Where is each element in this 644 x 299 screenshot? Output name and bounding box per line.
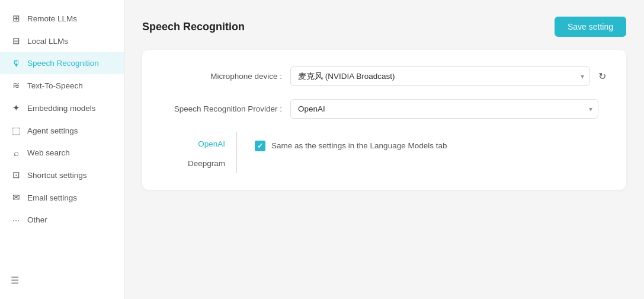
sidebar-item-label-remote-llms: Remote LLMs [27, 14, 77, 23]
same-settings-checkbox[interactable] [255, 141, 265, 151]
provider-tab-openai[interactable]: OpenAI [160, 134, 236, 154]
sidebar-item-label-other: Other [27, 215, 47, 224]
other-icon: ··· [11, 215, 21, 225]
speech-recognition-icon: 🎙 [11, 58, 21, 68]
provider-select-wrapper: OpenAIDeepgram ▾ [290, 99, 598, 119]
remote-llms-icon: ⊞ [11, 13, 21, 24]
refresh-button[interactable]: ↻ [596, 68, 608, 84]
main-content: Speech Recognition Save setting Micropho… [124, 0, 644, 299]
sidebar-item-label-embedding-models: Embedding models [27, 104, 96, 113]
provider-section: OpenAIDeepgram Same as the settings in t… [160, 132, 608, 173]
sidebar: ⊞Remote LLMs⊟Local LLMs🎙Speech Recogniti… [0, 0, 124, 299]
web-search-icon: ⌕ [11, 148, 21, 158]
sidebar-item-label-shortcut-settings: Shortcut settings [27, 171, 87, 180]
page-title: Speech Recognition [142, 21, 245, 33]
provider-label: Speech Recognition Provider : [160, 104, 290, 113]
sidebar-item-remote-llms[interactable]: ⊞Remote LLMs [0, 7, 124, 30]
microphone-select-wrapper: 麦克风 (NVIDIA Broadcast) ▾ [290, 66, 590, 86]
same-settings-label: Same as the settings in the Language Mod… [271, 140, 447, 152]
sidebar-item-other[interactable]: ···Other [0, 209, 124, 231]
provider-tabs: OpenAIDeepgram [160, 132, 237, 173]
sidebar-item-label-web-search: Web search [27, 148, 70, 157]
sidebar-item-embedding-models[interactable]: ✦Embedding models [0, 97, 124, 119]
agent-settings-icon: ⬚ [11, 125, 21, 136]
page-header: Speech Recognition Save setting [142, 17, 626, 37]
sidebar-item-label-agent-settings: Agent settings [27, 126, 78, 135]
sidebar-item-local-llms[interactable]: ⊟Local LLMs [0, 30, 124, 52]
provider-select[interactable]: OpenAIDeepgram [290, 99, 598, 119]
microphone-row: Microphone device : 麦克风 (NVIDIA Broadcas… [160, 66, 608, 86]
sidebar-item-speech-recognition[interactable]: 🎙Speech Recognition [0, 52, 124, 74]
sidebar-item-label-text-to-speech: Text-To-Speech [27, 81, 83, 90]
settings-card: Microphone device : 麦克风 (NVIDIA Broadcas… [142, 50, 626, 190]
sidebar-item-web-search[interactable]: ⌕Web search [0, 142, 124, 164]
microphone-label: Microphone device : [160, 72, 290, 81]
local-llms-icon: ⊟ [11, 36, 21, 46]
shortcut-settings-icon: ⊡ [11, 170, 21, 180]
email-settings-icon: ✉ [11, 192, 21, 203]
sidebar-item-label-local-llms: Local LLMs [27, 37, 68, 46]
provider-tab-deepgram[interactable]: Deepgram [160, 154, 236, 173]
save-button[interactable]: Save setting [555, 17, 626, 37]
microphone-select[interactable]: 麦克风 (NVIDIA Broadcast) [290, 66, 590, 86]
sidebar-collapse-button[interactable]: ☰ [11, 275, 113, 286]
sidebar-item-agent-settings[interactable]: ⬚Agent settings [0, 119, 124, 142]
provider-content: Same as the settings in the Language Mod… [237, 132, 608, 173]
text-to-speech-icon: ≋ [11, 80, 21, 91]
sidebar-item-label-speech-recognition: Speech Recognition [27, 59, 99, 68]
provider-row: Speech Recognition Provider : OpenAIDeep… [160, 99, 608, 119]
sidebar-item-shortcut-settings[interactable]: ⊡Shortcut settings [0, 164, 124, 186]
sidebar-item-email-settings[interactable]: ✉Email settings [0, 186, 124, 209]
embedding-models-icon: ✦ [11, 103, 21, 113]
sidebar-item-text-to-speech[interactable]: ≋Text-To-Speech [0, 74, 124, 97]
same-settings-row: Same as the settings in the Language Mod… [255, 140, 591, 152]
sidebar-item-label-email-settings: Email settings [27, 193, 77, 202]
